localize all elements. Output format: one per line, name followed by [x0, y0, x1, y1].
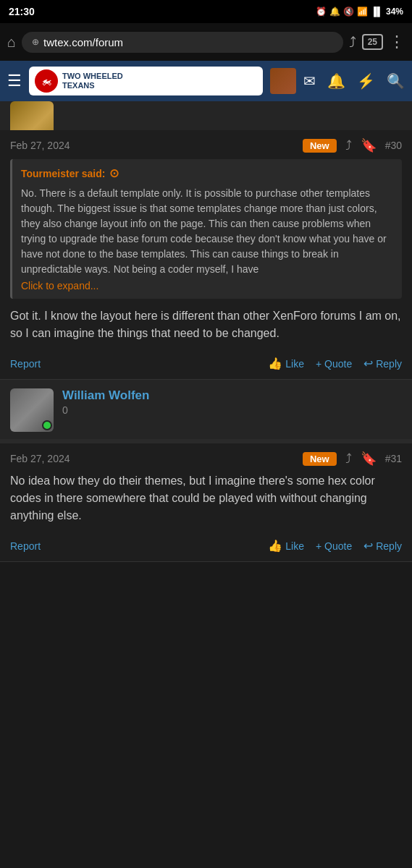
alarm-icon: ⏰: [316, 7, 327, 17]
post-30-date: Feb 27, 2024: [10, 140, 70, 151]
like-icon-31: 👍: [268, 539, 282, 553]
post-30-action-right: 👍 Like + Quote ↩ Reply: [268, 357, 402, 370]
post-31-bookmark-icon[interactable]: 🔖: [361, 451, 377, 467]
post-31: Feb 27, 2024 New ⤴ 🔖 #31 No idea how the…: [0, 443, 412, 562]
user-info-wolfen: William Wolfen 0: [62, 388, 402, 416]
signal-icon: ▐▌: [371, 7, 383, 17]
post-30-content: Got it. I know the layout here is differ…: [0, 307, 412, 351]
quote-text: No. There is a default template only. It…: [21, 186, 393, 277]
site-icon: ⊕: [32, 37, 39, 47]
user-posts-wolfen: 0: [62, 404, 402, 416]
notification-icon[interactable]: 🔔: [327, 72, 345, 90]
post-31-like[interactable]: 👍 Like: [268, 539, 304, 553]
post-31-meta: Feb 27, 2024 New ⤴ 🔖 #31: [0, 443, 412, 472]
hamburger-menu[interactable]: ☰: [7, 72, 22, 90]
status-icons: ⏰ 🔔 🔇 📶 ▐▌ 34%: [316, 7, 403, 17]
tab-count[interactable]: 25: [362, 34, 383, 50]
reply-icon-31: ↩: [363, 539, 373, 553]
post-31-date: Feb 27, 2024: [10, 453, 70, 464]
expand-link[interactable]: Click to expand...: [21, 280, 393, 292]
partial-avatar-image: [10, 101, 54, 130]
post-30: Feb 27, 2024 New ⤴ 🔖 #30 Tourmeister sai…: [0, 130, 412, 380]
bell-icon: 🔔: [329, 7, 340, 17]
post-30-text: Got it. I know the layout here is differ…: [10, 307, 402, 342]
post-31-reply[interactable]: ↩ Reply: [363, 539, 402, 553]
nav-icons: ✉ 🔔 ⚡ 🔍: [303, 72, 405, 90]
status-bar: 21:30 ⏰ 🔔 🔇 📶 ▐▌ 34%: [0, 0, 412, 23]
mute-icon: 🔇: [343, 7, 354, 17]
url-text: twtex.com/forum: [43, 36, 123, 48]
battery: 34%: [386, 7, 403, 17]
quote-arrow-icon: ⊙: [109, 166, 119, 180]
post-31-content: No idea how they do their themes, but I …: [0, 472, 412, 533]
share-icon[interactable]: ⤴: [349, 34, 356, 51]
logo-area[interactable]: 🏍 Two Wheeled Texans: [29, 67, 263, 95]
quote-author: Tourmeister said: ⊙: [21, 166, 393, 180]
wifi-icon: 📶: [357, 7, 368, 17]
post-30-reply[interactable]: ↩ Reply: [363, 357, 402, 370]
search-icon[interactable]: 🔍: [387, 72, 405, 90]
mail-icon[interactable]: ✉: [303, 72, 316, 90]
post-30-bookmark-icon[interactable]: 🔖: [361, 137, 377, 153]
online-indicator: [42, 420, 52, 430]
more-icon[interactable]: ⋮: [389, 33, 405, 51]
like-icon: 👍: [268, 357, 282, 370]
post-31-meta-right: New ⤴ 🔖 #31: [303, 451, 402, 467]
post-30-share-icon[interactable]: ⤴: [345, 138, 352, 153]
post-30-report[interactable]: Report: [10, 358, 41, 370]
post-31-quote[interactable]: + Quote: [316, 540, 352, 552]
post-31-text: No idea how they do their themes, but I …: [10, 472, 402, 524]
post-31-num: #31: [385, 453, 402, 464]
user-card-wolfen: William Wolfen 0: [0, 380, 412, 439]
post-30-quote: Tourmeister said: ⊙ No. There is a defau…: [10, 159, 402, 299]
user-avatar-nav[interactable]: [270, 68, 296, 94]
user-name-wolfen[interactable]: William Wolfen: [62, 388, 402, 403]
post-31-action-right: 👍 Like + Quote ↩ Reply: [268, 539, 402, 553]
post-31-badge[interactable]: New: [303, 452, 337, 466]
nav-bar: ☰ 🏍 Two Wheeled Texans ✉ 🔔 ⚡ 🔍: [0, 61, 412, 101]
post-30-like[interactable]: 👍 Like: [268, 357, 304, 370]
user-avatar-wolfen: [10, 388, 54, 432]
home-icon[interactable]: ⌂: [7, 34, 16, 51]
post-30-num: #30: [385, 140, 402, 151]
lightning-icon[interactable]: ⚡: [357, 72, 375, 90]
post-30-badge[interactable]: New: [303, 139, 337, 153]
address-bar: ⌂ ⊕ twtex.com/forum ⤴ 25 ⋮: [0, 23, 412, 61]
post-31-share-icon[interactable]: ⤴: [345, 451, 352, 467]
post-31-actions: Report 👍 Like + Quote ↩ Reply: [0, 533, 412, 562]
post-30-quote[interactable]: + Quote: [316, 358, 352, 370]
partial-avatar-area: [0, 101, 412, 130]
logo-icon: 🏍: [35, 69, 58, 93]
logo-text: Two Wheeled Texans: [62, 72, 123, 90]
url-field[interactable]: ⊕ twtex.com/forum: [22, 32, 343, 53]
post-30-meta-right: New ⤴ 🔖 #30: [303, 137, 402, 153]
reply-icon: ↩: [363, 357, 373, 370]
post-30-meta: Feb 27, 2024 New ⤴ 🔖 #30: [0, 130, 412, 159]
time: 21:30: [9, 6, 35, 17]
post-30-actions: Report 👍 Like + Quote ↩ Reply: [0, 351, 412, 380]
post-31-report[interactable]: Report: [10, 540, 41, 552]
